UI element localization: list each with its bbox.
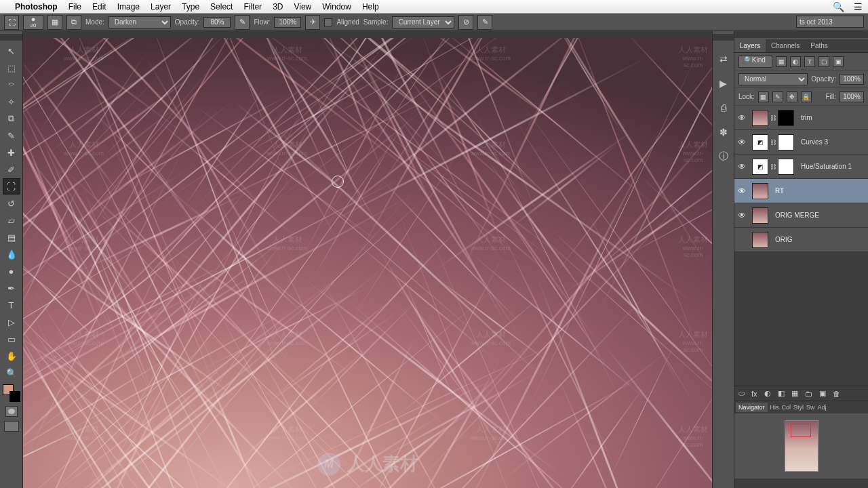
menu-window[interactable]: Window [322,2,351,12]
adj-layer-icon[interactable]: ◧ [778,389,785,398]
new-folder-icon[interactable]: 🗀 [805,390,812,398]
menu-filter[interactable]: Filter [243,2,262,12]
delete-layer-icon[interactable]: 🗑 [833,390,840,398]
layer-name[interactable]: Hue/Saturation 1 [797,163,868,170]
menu-layer[interactable]: Layer [151,2,171,12]
lock-pixels-icon[interactable]: ▦ [758,92,769,102]
dock-icon-2[interactable]: ▶ [715,76,732,91]
shape-tool[interactable]: ▭ [3,331,20,347]
layer-row[interactable]: 👁ORIG MERGE [734,203,868,228]
layer-row[interactable]: 👁RT [734,179,868,203]
background-swatch[interactable] [9,391,20,402]
visibility-toggle-icon[interactable]: 👁 [734,186,749,196]
layer-name[interactable]: Curves 3 [797,138,868,146]
airbrush-icon[interactable]: ✈ [305,15,320,30]
lock-paint-icon[interactable]: ✎ [772,92,783,102]
eraser-tool[interactable]: ▱ [3,212,20,228]
dock-icon-3[interactable]: ⎙ [715,100,732,115]
hand-tool[interactable]: ✋ [3,348,20,364]
path-select-tool[interactable]: ▷ [3,314,20,330]
layer-mask-icon[interactable]: ◐ [764,389,771,398]
panels-handle[interactable] [734,31,868,38]
aligned-checkbox[interactable] [324,18,332,26]
layer-name[interactable]: RT [771,187,868,195]
filter-adj-icon[interactable]: ◐ [790,56,801,67]
tab-channels[interactable]: Channels [766,39,805,52]
new-layer-icon[interactable]: ▣ [819,389,826,398]
gradient-tool[interactable]: ▤ [3,229,20,245]
layer-blend-mode-select[interactable]: Normal [738,73,808,85]
history-brush-tool[interactable]: ↺ [3,195,20,211]
dock-icon-5[interactable]: ⓘ [715,149,732,164]
blur-tool[interactable]: 💧 [3,246,20,262]
blend-mode-select[interactable]: Darken [108,16,171,28]
navigator-view-box[interactable] [791,424,811,437]
tab-history[interactable]: His [770,404,779,411]
marquee-tool[interactable]: ⬚ [3,60,20,76]
move-tool[interactable]: ↖ [3,43,20,59]
spotlight-icon[interactable]: 🔍 [833,1,844,12]
layer-row[interactable]: ORIG [734,228,868,252]
menu-edit[interactable]: Edit [92,2,106,12]
clone-source-toggle-icon[interactable]: ⧉ [66,15,81,30]
layer-link-icon[interactable]: ⛓ [770,115,776,121]
menu-help[interactable]: Help [362,2,379,12]
navigator-thumbnail[interactable] [785,420,818,472]
tab-navigator[interactable]: Navigator [736,403,768,412]
canvas[interactable]: 人人素材www.rr-sc.com人人素材www.rr-sc.com人人素材ww… [23,38,712,488]
zoom-tool[interactable]: 🔍 [3,365,20,381]
ignore-adj-icon[interactable]: ⊘ [458,15,473,30]
wand-tool[interactable]: ✧ [3,94,20,110]
layer-thumb[interactable] [752,207,768,224]
layer-row[interactable]: 👁◩⛓Curves 3 [734,130,868,155]
brush-tool[interactable]: ✐ [3,161,20,178]
type-tool[interactable]: T [3,297,20,313]
toolbar-tab-handle[interactable] [0,34,22,41]
menu-view[interactable]: View [294,2,311,12]
tab-swatches[interactable]: Sw [806,404,815,411]
layer-thumb[interactable]: ◩ [752,159,768,175]
flow-input[interactable] [274,17,301,28]
lasso-tool[interactable]: ⌔ [3,77,20,93]
layer-row[interactable]: 👁⛓trim [734,106,868,130]
visibility-toggle-icon[interactable]: 👁 [734,138,749,147]
lock-all-icon[interactable]: 🔒 [801,92,812,102]
document-tab-handle[interactable] [23,31,712,38]
layer-row[interactable]: 👁◩⛓Hue/Saturation 1 [734,155,868,179]
pen-tool[interactable]: ✒ [3,280,20,296]
quick-mask-toggle[interactable] [5,406,18,417]
layer-mask-thumb[interactable] [778,110,794,126]
menu-select[interactable]: Select [210,2,233,12]
layer-mask-thumb[interactable] [778,159,794,175]
pressure-size-icon[interactable]: ✎ [477,15,492,30]
color-swatches[interactable] [3,384,20,402]
healing-tool[interactable]: ✚ [3,144,20,161]
layer-name[interactable]: ORIG [771,236,868,243]
layer-name[interactable]: trim [797,114,868,121]
tab-layers[interactable]: Layers [734,39,766,52]
layer-name[interactable]: ORIG MERGE [771,211,868,219]
dock-strip-handle[interactable] [713,34,734,41]
layer-group-icon[interactable]: ▦ [791,389,798,398]
layer-thumb[interactable] [752,110,768,126]
dodge-tool[interactable]: ● [3,263,20,279]
menu-extras-icon[interactable]: ☰ [854,1,863,12]
layer-opacity-input[interactable] [840,74,864,85]
layer-link-icon[interactable]: ⛓ [770,139,776,146]
stamp-tool[interactable]: ⛶ [3,178,20,195]
layer-thumb[interactable] [752,183,768,199]
menu-type[interactable]: Type [182,2,199,12]
layer-fx-icon[interactable]: fx [751,390,757,398]
sample-select[interactable]: Current Layer [392,16,454,28]
lock-position-icon[interactable]: ✥ [787,92,797,102]
filter-smart-icon[interactable]: ▣ [833,56,844,67]
visibility-toggle-icon[interactable]: 👁 [734,162,749,171]
layer-thumb[interactable] [752,232,768,248]
tab-color[interactable]: Col [782,404,791,411]
layer-mask-thumb[interactable] [778,134,794,150]
brush-panel-toggle-icon[interactable]: ▦ [47,15,62,30]
app-name[interactable]: Photoshop [15,2,58,12]
layer-filter-kind[interactable]: 🔎 Kind [738,56,772,68]
layer-thumb[interactable]: ◩ [752,134,768,150]
dock-icon-1[interactable]: ⇄ [715,52,732,66]
